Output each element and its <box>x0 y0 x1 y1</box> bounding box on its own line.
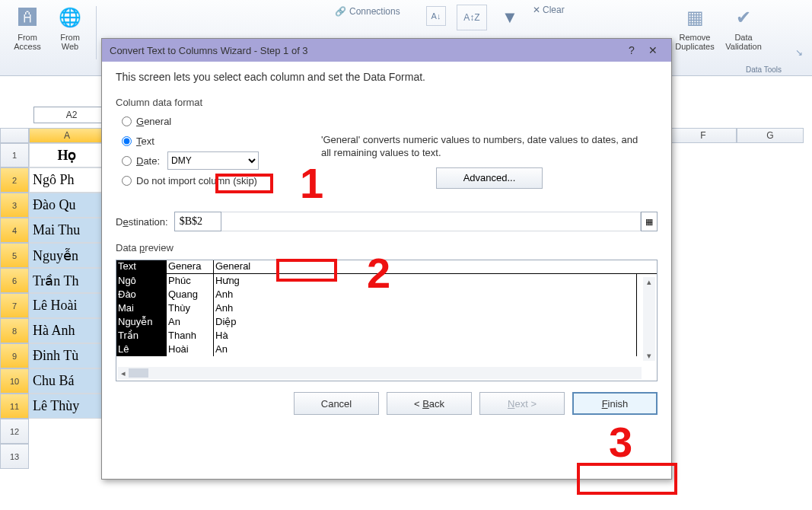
preview-label: Data preview <box>116 242 658 253</box>
data-validation-label: Data Validation <box>725 33 762 51</box>
row-header[interactable]: 9 <box>0 343 29 368</box>
row-header[interactable]: 7 <box>0 293 29 318</box>
remove-dup-label: Remove Duplicates <box>675 33 714 51</box>
chevron-left-icon: ◂ <box>121 368 126 378</box>
chevron-down-icon: ▾ <box>647 351 651 361</box>
preview-scroll-h[interactable]: ◂ <box>118 367 642 379</box>
web-icon: 🌐 <box>57 5 83 30</box>
dialog-intro: This screen lets you select each column … <box>116 71 658 83</box>
cell[interactable]: Mai Thu <box>29 218 105 243</box>
clear-icon: ✕ <box>533 5 540 15</box>
row-header[interactable]: 6 <box>0 268 29 293</box>
preview-cell: Anh <box>214 301 637 315</box>
cell[interactable]: Ngô Ph <box>29 167 105 193</box>
select-all-corner[interactable] <box>0 128 29 143</box>
preview-cell: Nguyễn <box>116 315 167 329</box>
row-header[interactable]: 10 <box>0 368 29 394</box>
from-access-button[interactable]: 🅰 From Access <box>6 3 49 62</box>
radio-date[interactable]: Date: DMY <box>116 151 314 171</box>
row-header[interactable]: 11 <box>0 394 29 419</box>
cell[interactable]: Trần Th <box>29 268 105 293</box>
cancel-button[interactable]: Cancel <box>294 392 379 415</box>
dialog-titlebar[interactable]: Convert Text to Columns Wizard - Step 1 … <box>102 39 671 62</box>
preview-cell: Hoài <box>167 343 214 356</box>
chevron-up-icon: ▴ <box>647 277 651 287</box>
filter-button[interactable]: ▼ <box>495 5 525 30</box>
cell[interactable]: Chu Bá <box>29 368 105 394</box>
preview-col-header[interactable]: General <box>214 260 637 274</box>
from-web-button[interactable]: 🌐 From Web <box>49 3 91 62</box>
col-header-f[interactable]: F <box>670 128 737 143</box>
close-button[interactable]: ✕ <box>642 42 664 59</box>
help-button[interactable]: ? <box>621 42 642 59</box>
sort-button[interactable]: A↕Z <box>457 5 487 30</box>
radio-text[interactable]: Text <box>116 131 314 151</box>
radio-general[interactable]: General <box>116 111 314 131</box>
back-button[interactable]: < Back <box>387 392 472 415</box>
format-group-label: Column data format <box>116 97 658 108</box>
row-header[interactable]: 2 <box>0 167 29 193</box>
dialog-title: Convert Text to Columns Wizard - Step 1 … <box>110 45 308 56</box>
col-header-g[interactable]: G <box>737 128 804 143</box>
radio-skip[interactable]: Do not import column (skip) <box>116 171 314 190</box>
preview-cell: An <box>167 315 214 329</box>
separator <box>96 6 97 59</box>
date-format-select[interactable]: DMY <box>167 151 259 170</box>
row-header[interactable]: 4 <box>0 218 29 243</box>
range-picker-icon[interactable]: ▦ <box>641 212 658 231</box>
cell[interactable]: Nguyễn <box>29 243 105 268</box>
preview-cell: An <box>214 343 637 356</box>
preview-cell: Anh <box>214 288 637 301</box>
cell[interactable]: Đào Qu <box>29 193 105 218</box>
destination-label: Destination: <box>116 216 168 228</box>
data-validation-button[interactable]: ✔ Data Validation <box>722 3 765 62</box>
text-to-columns-dialog: Convert Text to Columns Wizard - Step 1 … <box>101 38 672 480</box>
scroll-thumb[interactable] <box>129 368 148 378</box>
next-button: Next > <box>479 392 565 415</box>
row-header[interactable]: 1 <box>0 143 29 167</box>
dialog-launcher-icon[interactable]: ↘ <box>795 47 803 58</box>
preview-cell: Thùy <box>167 301 214 315</box>
data-validation-icon: ✔ <box>731 5 756 30</box>
data-preview: Text Genera General NgôPhúcHưngĐàoQuangA… <box>116 260 658 381</box>
connections-button[interactable]: 🔗 Connections <box>335 6 400 17</box>
destination-field-ext[interactable] <box>221 212 641 231</box>
preview-cell: Lê <box>116 343 167 356</box>
preview-cell: Diệp <box>214 315 637 329</box>
row-header[interactable]: 13 <box>0 444 29 469</box>
preview-cell: Quang <box>167 288 214 301</box>
access-icon: 🅰 <box>14 5 40 30</box>
remove-duplicates-button[interactable]: ▦ Remove Duplicates <box>673 3 716 62</box>
row-header[interactable]: 5 <box>0 243 29 268</box>
preview-cell: Hà <box>214 329 637 343</box>
cell-a1[interactable]: Họ <box>29 143 105 167</box>
ribbon-group-label: Data Tools <box>746 65 782 74</box>
cell[interactable]: Đinh Tù <box>29 343 105 368</box>
from-web-label: From Web <box>60 33 80 51</box>
row-header[interactable]: 8 <box>0 318 29 343</box>
name-box[interactable]: A2 <box>33 107 110 123</box>
destination-input[interactable] <box>174 212 221 231</box>
remove-dup-icon: ▦ <box>682 5 708 30</box>
col-header-a[interactable]: A <box>29 128 105 143</box>
finish-button[interactable]: Finish <box>572 392 658 415</box>
preview-cell: Hưng <box>214 274 637 288</box>
preview-cell: Đào <box>116 288 167 301</box>
preview-cell: Phúc <box>167 274 214 288</box>
format-description: 'General' converts numeric values to num… <box>321 134 648 160</box>
advanced-button[interactable]: Advanced... <box>436 167 543 189</box>
row-header[interactable]: 12 <box>0 419 29 444</box>
preview-cell: Ngô <box>116 274 167 288</box>
sort-az-button[interactable]: A↓ <box>426 6 446 26</box>
preview-cell: Thanh <box>167 329 214 343</box>
cell[interactable]: Lê Thùy <box>29 394 105 419</box>
cell[interactable]: Lê Hoài <box>29 293 105 318</box>
connections-icon: 🔗 <box>335 6 346 17</box>
row-header[interactable]: 3 <box>0 193 29 218</box>
preview-col-header[interactable]: Genera <box>167 260 214 274</box>
preview-cell: Mai <box>116 301 167 315</box>
cell[interactable]: Hà Anh <box>29 318 105 343</box>
clear-button[interactable]: ✕ Clear <box>533 5 565 15</box>
preview-col-header[interactable]: Text <box>116 260 167 274</box>
preview-scroll-v[interactable]: ▴▾ <box>643 277 655 361</box>
